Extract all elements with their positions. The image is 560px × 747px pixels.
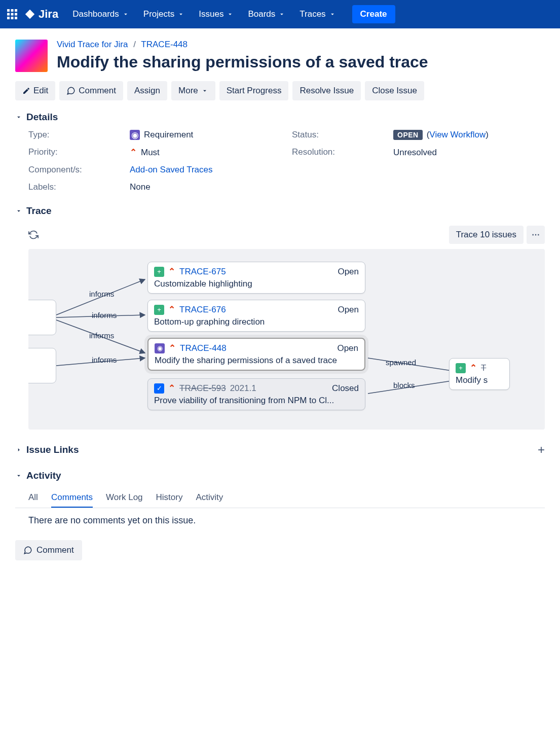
edge-label: blocks <box>393 381 415 389</box>
assign-button[interactable]: Assign <box>127 81 167 100</box>
apps-menu-icon[interactable] <box>6 8 18 20</box>
resolution-value: Unresolved <box>393 147 555 158</box>
chevron-down-icon <box>278 11 285 18</box>
activity-section: Activity All Comments Work Log History A… <box>15 470 545 560</box>
nav-boards[interactable]: Boards <box>243 5 290 23</box>
node-key[interactable]: TRACE-448 <box>180 343 227 353</box>
svg-rect-3 <box>7 13 10 16</box>
trace-toolbar: Trace 10 issues ⋯ <box>15 224 545 249</box>
node-status: Closed <box>332 383 359 394</box>
trace-node-offscreen[interactable] <box>28 300 56 335</box>
tab-activity[interactable]: Activity <box>196 488 223 508</box>
task-icon: ✓ <box>154 383 164 394</box>
trace-header[interactable]: Trace <box>15 205 545 217</box>
chevron-right-icon <box>15 446 22 453</box>
trace-node-current[interactable]: ◉ ⌃ TRACE-448 Open Modify the sharing pe… <box>147 338 365 371</box>
tab-worklog[interactable]: Work Log <box>106 488 142 508</box>
components-label: Component/s: <box>28 165 130 175</box>
refresh-icon[interactable] <box>28 230 39 240</box>
view-workflow-link[interactable]: View Workflow <box>429 130 486 139</box>
action-bar: Edit Comment Assign More Start Progress … <box>15 81 545 100</box>
breadcrumb-project[interactable]: Vivid Trace for Jira <box>57 40 128 49</box>
trace-node[interactable]: ✓ ⌃ TRACE-593 2021.1 Closed Prove viabil… <box>147 378 365 410</box>
component-link[interactable]: Add-on Saved Traces <box>130 165 212 175</box>
nav-dashboards[interactable]: Dashboards <box>67 5 134 23</box>
logo-text: Jira <box>39 8 58 21</box>
node-key[interactable]: T <box>481 363 486 373</box>
labels-label: Labels: <box>28 182 130 192</box>
node-key[interactable]: TRACE-675 <box>179 267 226 277</box>
svg-rect-8 <box>15 17 17 19</box>
svg-rect-5 <box>15 13 17 16</box>
priority-icon: ⌃ <box>168 266 175 277</box>
resolution-label: Resolution: <box>292 147 393 158</box>
trace-graph[interactable]: informs informs informs informs spawned … <box>28 249 545 430</box>
node-title: Prove viability of transitioning from NP… <box>154 396 359 406</box>
comment-button[interactable]: Comment <box>59 81 123 100</box>
tab-comments[interactable]: Comments <box>51 488 93 508</box>
node-version: 2021.1 <box>230 383 256 394</box>
add-link-button[interactable]: + <box>538 443 545 457</box>
svg-rect-0 <box>7 9 10 12</box>
priority-icon: ⌃ <box>470 363 477 373</box>
priority-icon: ⌃ <box>168 304 175 315</box>
edge-label: spawned <box>386 358 416 367</box>
resolve-issue-button[interactable]: Resolve Issue <box>292 81 361 100</box>
chevron-down-icon <box>15 207 22 215</box>
close-issue-button[interactable]: Close Issue <box>365 81 424 100</box>
issue-links-section: Issue Links + <box>15 443 545 457</box>
type-value: ◉ Requirement <box>130 130 292 140</box>
node-title: Modify the sharing permissions of a save… <box>155 355 358 366</box>
node-key[interactable]: TRACE-676 <box>179 305 226 315</box>
edge-label: informs <box>92 355 117 364</box>
node-status: Open <box>338 305 359 315</box>
requirement-icon: ◉ <box>155 343 165 353</box>
node-key[interactable]: TRACE-593 <box>179 383 226 394</box>
trace-node[interactable]: + ⌃ TRACE-675 Open Customizable highligh… <box>147 262 365 294</box>
issue-links-header[interactable]: Issue Links <box>15 444 79 455</box>
feature-icon: + <box>154 305 164 315</box>
create-button[interactable]: Create <box>352 5 395 23</box>
project-avatar <box>15 40 48 72</box>
tab-all[interactable]: All <box>28 488 38 508</box>
breadcrumb-sep: / <box>133 40 136 49</box>
chevron-down-icon <box>122 11 129 18</box>
issue-title: Modify the sharing permissions of a save… <box>57 53 428 72</box>
node-status: Open <box>337 343 358 353</box>
chevron-down-icon <box>177 11 184 18</box>
nav-issues[interactable]: Issues <box>194 5 239 23</box>
comment-icon <box>66 86 76 95</box>
jira-logo[interactable]: Jira <box>24 8 58 21</box>
add-comment-button[interactable]: Comment <box>15 540 82 560</box>
feature-icon: + <box>456 363 466 373</box>
tab-history[interactable]: History <box>156 488 183 508</box>
priority-label: Priority: <box>28 147 130 158</box>
trace-more-menu[interactable]: ⋯ <box>527 226 545 244</box>
top-navigation: Jira Dashboards Projects Issues Boards T… <box>0 0 560 28</box>
labels-value: None <box>130 182 292 192</box>
type-label: Type: <box>28 130 130 140</box>
details-header[interactable]: Details <box>15 112 545 123</box>
no-comments-text: There are no comments yet on this issue. <box>15 515 545 526</box>
svg-rect-4 <box>11 13 14 16</box>
more-button[interactable]: More <box>171 81 215 100</box>
jira-icon <box>24 9 35 20</box>
nav-projects[interactable]: Projects <box>138 5 190 23</box>
nav-traces[interactable]: Traces <box>294 5 341 23</box>
details-section: Details Type: ◉ Requirement Status: OPEN… <box>15 112 545 192</box>
trace-node[interactable]: + ⌃ TRACE-676 Open Bottom-up graphing di… <box>147 300 365 332</box>
trace-node-offscreen[interactable]: + ⌃ T Modify s <box>449 358 510 390</box>
status-label: Status: <box>292 130 393 140</box>
node-title: Customizable highlighting <box>154 279 359 289</box>
activity-tabs: All Comments Work Log History Activity <box>15 488 545 508</box>
edit-button[interactable]: Edit <box>15 81 55 100</box>
trace-node-offscreen[interactable] <box>28 348 56 383</box>
chevron-down-icon <box>227 11 234 18</box>
svg-rect-2 <box>15 9 17 12</box>
activity-header[interactable]: Activity <box>15 470 545 481</box>
trace-count[interactable]: Trace 10 issues <box>449 226 524 244</box>
priority-value: ⌃ Must <box>130 147 292 158</box>
start-progress-button[interactable]: Start Progress <box>219 81 289 100</box>
node-title: Modify s <box>456 375 503 385</box>
breadcrumb-issue-key[interactable]: TRACE-448 <box>141 40 188 49</box>
